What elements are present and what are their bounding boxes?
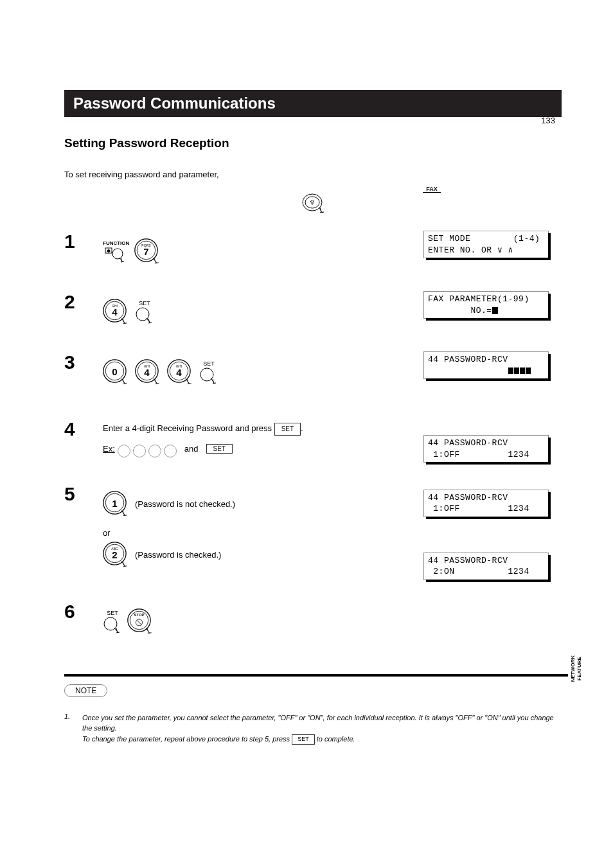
sidebar-label: NETWORKFEATURE (570, 655, 583, 682)
ex-label: Ex: (103, 444, 115, 454)
lcd-display-5a: 44 PASSWORD-RCV 1:OFF 1234 (423, 490, 549, 517)
fax-icon (302, 193, 328, 215)
svg-point-4 (112, 249, 123, 259)
lcd-display-2: FAX PARAMETER(1-99) NO.= (423, 291, 549, 319)
set-button: SET (135, 300, 154, 326)
set-icon (135, 306, 154, 326)
set-icon (103, 616, 122, 635)
lcd-display-3: 44 PASSWORD-RCV (423, 351, 549, 379)
svg-text:STOP: STOP (134, 613, 145, 617)
title-text: Password Communications (73, 94, 276, 112)
stop-button: STOP (127, 608, 154, 635)
and-text: and (184, 444, 199, 454)
title-bar: Password Communications (64, 90, 562, 117)
step-number: 5 (64, 483, 103, 518)
fax-button: FAX (302, 186, 562, 218)
section-heading: Setting Password Reception (64, 136, 562, 150)
set-label: SET (203, 360, 215, 367)
note-label: NOTE (64, 684, 107, 697)
set-label: SET (107, 610, 118, 616)
svg-line-37 (137, 620, 141, 624)
circle-icon (164, 445, 177, 457)
step-3: 3 0 GHI 4 GHI (64, 351, 562, 386)
lcd-display-4: 44 PASSWORD-RCV 1:OFF 1234 (423, 435, 549, 463)
fax-label: FAX (423, 186, 441, 193)
svg-text:2: 2 (112, 549, 117, 560)
step-number: 3 (64, 351, 103, 386)
set-key-inline: SET (274, 423, 301, 436)
digit-4-button: GHI 4 (103, 299, 130, 326)
set-label: SET (139, 300, 150, 306)
svg-text:1: 1 (112, 498, 117, 509)
set-key-inline: SET (292, 734, 315, 745)
digit-4-button: GHI 4 (135, 359, 162, 386)
svg-text:4: 4 (144, 367, 150, 378)
digit-placeholders (118, 445, 177, 457)
step-6: 6 SET STOP (64, 601, 562, 635)
step-number: 4 (64, 418, 103, 457)
function-icon: ✱ (105, 246, 128, 265)
step-number: 6 (64, 601, 103, 635)
note-section: NOTE 1. Once you set the parameter, you … (64, 684, 562, 745)
svg-text:4: 4 (112, 306, 118, 317)
step-1: 1 FUNCTION ✱ PQRS 7 (64, 231, 562, 265)
cursor-icon (492, 307, 498, 314)
digit-2-button: ABC 2 (103, 542, 130, 569)
or-text: or (103, 528, 562, 538)
function-button: FUNCTION ✱ (103, 240, 129, 265)
circle-icon (118, 445, 130, 457)
step-5: 5 1 (Password is not checked.) 44 PASSWO… (64, 483, 562, 518)
lcd-display-1: SET MODE (1-4) ENTER NO. OR ∨ ∧ (423, 231, 549, 258)
svg-text:7: 7 (144, 246, 149, 257)
page-number: 133 (541, 116, 555, 125)
digit-0-button: 0 (103, 359, 130, 386)
intro-text: To set receiving password and parameter, (64, 170, 562, 179)
svg-text:✱: ✱ (107, 249, 111, 253)
note-number: 1. (64, 713, 76, 745)
lcd-display-5b: 44 PASSWORD-RCV 2:ON 1234 (423, 553, 549, 580)
set-button: SET (103, 610, 122, 635)
digit-4-button: GHI 4 (167, 359, 194, 386)
set-key-inline: SET (206, 444, 233, 454)
circle-icon (133, 445, 146, 457)
password-mask-icon (508, 366, 531, 377)
step-5b-desc: (Password is checked.) (135, 550, 221, 560)
digit-7-button: PQRS 7 (134, 238, 161, 265)
circle-icon (148, 445, 161, 457)
step-5a-desc: (Password is not checked.) (135, 499, 235, 509)
function-label: FUNCTION (103, 240, 129, 246)
svg-text:4: 4 (176, 367, 182, 378)
svg-point-1 (305, 197, 319, 208)
step-number: 2 (64, 291, 103, 326)
svg-text:0: 0 (112, 366, 117, 377)
footer-rule (64, 674, 568, 677)
step-number: 1 (64, 231, 103, 265)
note-text: Once you set the parameter, you cannot s… (82, 713, 562, 745)
step-5b: or ABC 2 (Password is checked.) 44 PASSW… (64, 524, 562, 569)
digit-1-button: 1 (103, 491, 130, 518)
step-2: 2 GHI 4 SET FAX PARAMETER (64, 291, 562, 326)
set-button: SET (199, 360, 218, 386)
step-4-text: Enter a 4-digit Receiving Password and p… (103, 422, 562, 436)
set-icon (199, 367, 218, 386)
step-4: 4 Enter a 4-digit Receiving Password and… (64, 418, 562, 457)
